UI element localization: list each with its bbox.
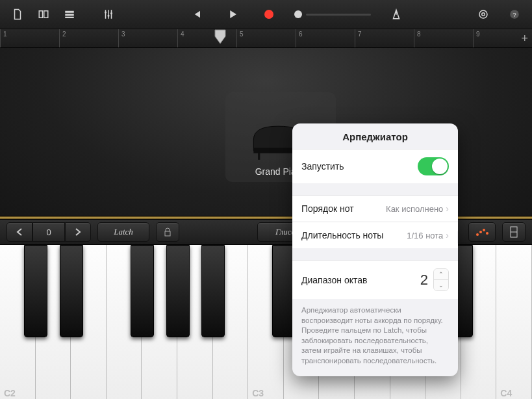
octave-value: 0 <box>32 222 65 242</box>
octave-switcher: 0 <box>6 222 91 242</box>
svg-rect-4 <box>65 17 74 18</box>
chevron-right-icon: › <box>446 203 449 214</box>
master-volume[interactable] <box>294 10 371 18</box>
bar-label: 4 <box>181 31 184 38</box>
svg-point-7 <box>110 12 112 14</box>
bar-label: 5 <box>240 31 244 38</box>
bar-label: 1 <box>3 31 7 38</box>
bar-label: 6 <box>299 31 303 38</box>
svg-point-8 <box>479 10 487 18</box>
settings-button[interactable] <box>472 5 494 23</box>
sustain-lock-button[interactable] <box>156 222 179 242</box>
svg-text:?: ? <box>513 11 516 18</box>
play-button[interactable] <box>222 5 244 23</box>
octave-range-label: Диапазон октав <box>301 275 368 285</box>
run-label: Запустить <box>301 161 344 172</box>
arpeggiator-icon <box>475 227 488 237</box>
svg-point-18 <box>483 229 485 231</box>
svg-rect-2 <box>65 11 74 13</box>
record-button[interactable] <box>258 5 280 23</box>
stepper-up-button[interactable]: ⌃ <box>434 269 448 280</box>
svg-rect-15 <box>165 231 170 236</box>
browser-button[interactable] <box>32 5 55 23</box>
popover-arrow <box>457 231 458 244</box>
note-rate-label: Длительность ноты <box>301 230 383 240</box>
toolbar: ? <box>0 0 532 29</box>
new-document-button[interactable] <box>6 5 29 23</box>
octave-range-stepper: 2 ⌃ ⌄ <box>420 268 449 291</box>
octave-down-button[interactable] <box>6 222 32 242</box>
svg-point-5 <box>105 12 107 14</box>
octave-up-button[interactable] <box>65 222 91 242</box>
timeline-ruler[interactable]: 1 2 3 4 5 6 7 8 9 + <box>0 29 532 48</box>
arpeggiator-popover: Арпеджиатор Запустить Порядок нот Как ис… <box>292 123 458 376</box>
svg-point-6 <box>108 15 110 17</box>
svg-rect-1 <box>44 11 48 18</box>
keyboard-layout-button[interactable] <box>502 222 526 242</box>
black-key[interactable] <box>24 245 47 337</box>
volume-track <box>306 14 371 16</box>
key-label: C2 <box>4 388 16 398</box>
app-root: ? 1 2 3 4 5 6 7 8 9 + Grand Piano <box>0 0 532 399</box>
black-key[interactable] <box>166 245 190 337</box>
key-label: C3 <box>252 388 264 398</box>
popover-description: Арпеджиатор автоматически воспроизводит … <box>292 299 458 376</box>
keyboard-layout-icon <box>509 226 518 238</box>
lock-icon <box>164 227 171 237</box>
toolbar-right: ? <box>472 5 526 23</box>
key-label: C4 <box>500 388 512 398</box>
metronome-button[interactable] <box>385 5 407 23</box>
run-row: Запустить <box>292 149 458 183</box>
svg-rect-3 <box>65 14 74 16</box>
note-order-label: Порядок нот <box>301 203 354 214</box>
note-rate-row[interactable]: Длительность ноты 1/16 нота › <box>292 222 458 248</box>
transport <box>123 5 468 23</box>
black-key[interactable] <box>201 245 225 337</box>
svg-rect-13 <box>258 153 260 160</box>
svg-rect-0 <box>39 11 42 18</box>
bar-label: 7 <box>358 31 362 38</box>
rewind-button[interactable] <box>185 5 207 23</box>
bar-label: 9 <box>476 31 480 38</box>
bar-label: 8 <box>417 31 421 38</box>
stepper-down-button[interactable]: ⌄ <box>434 280 448 290</box>
run-toggle[interactable] <box>418 157 449 175</box>
bar-label: 3 <box>121 31 125 38</box>
octave-range-row: Диапазон октав 2 ⌃ ⌄ <box>292 260 458 299</box>
note-order-value: Как исполнено <box>386 204 443 214</box>
record-icon <box>264 10 273 19</box>
playhead[interactable] <box>214 29 226 49</box>
arpeggiator-button[interactable] <box>468 222 496 242</box>
octave-range-value: 2 <box>420 272 428 289</box>
volume-knob-icon <box>294 10 302 18</box>
note-order-row[interactable]: Порядок нот Как исполнено › <box>292 195 458 222</box>
help-button[interactable]: ? <box>503 5 526 23</box>
svg-point-16 <box>476 233 479 236</box>
chevron-left-icon <box>16 228 23 236</box>
popover-title: Арпеджиатор <box>292 123 458 149</box>
bar-label: 2 <box>62 31 66 38</box>
add-section-button[interactable]: + <box>521 32 528 45</box>
chevron-right-icon <box>75 228 81 236</box>
black-key[interactable] <box>131 245 154 337</box>
note-rate-value: 1/16 нота <box>407 231 443 240</box>
svg-point-19 <box>486 232 488 235</box>
latch-button[interactable]: Latch <box>97 222 149 242</box>
svg-point-17 <box>479 231 482 233</box>
mixer-button[interactable] <box>97 5 120 23</box>
black-key[interactable] <box>60 245 83 337</box>
chevron-right-icon: › <box>446 230 449 240</box>
tracks-button[interactable] <box>58 5 81 23</box>
svg-point-9 <box>482 13 485 16</box>
